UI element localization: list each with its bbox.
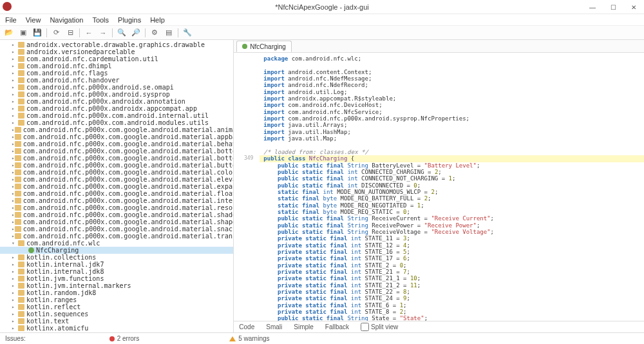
- tree-item[interactable]: ▸kotlin.internal.jdk7: [0, 261, 233, 268]
- split-view-toggle[interactable]: Split view: [361, 323, 398, 331]
- tree-item[interactable]: ▸androidx.versionedparcelable: [0, 48, 233, 55]
- tree-item[interactable]: ▸com.android.nfc.p000x.androidx.appcompa…: [0, 105, 233, 112]
- tree-item[interactable]: ▸com.android.nfc.p000x.com.google.androi…: [0, 233, 233, 240]
- expand-icon[interactable]: ▸: [12, 49, 18, 55]
- tree-item[interactable]: ▸kotlin.reflect: [0, 303, 233, 311]
- tree-item[interactable]: ▸com.android.nfc.p000x.com.android.inter…: [0, 112, 233, 119]
- close-button[interactable]: ✕: [623, 0, 644, 14]
- tree-item[interactable]: ▸com.android.nfc.p000x.com.google.androi…: [0, 169, 233, 176]
- tree-item[interactable]: ▸kotlin.ranges: [0, 296, 233, 303]
- tree-item[interactable]: ▸kotlin.text: [0, 318, 233, 325]
- expand-icon[interactable]: ▸: [12, 318, 18, 324]
- minimize-button[interactable]: —: [582, 0, 603, 14]
- menu-plugins[interactable]: Plugins: [118, 16, 141, 24]
- forward-icon[interactable]: →: [98, 28, 108, 38]
- tree-item[interactable]: ▸com.android.nfc.p000x.com.google.androi…: [0, 183, 233, 190]
- expand-icon[interactable]: ▸: [12, 63, 18, 69]
- tab-code[interactable]: Code: [239, 323, 254, 330]
- search2-icon[interactable]: 🔎: [131, 28, 141, 38]
- sync-icon[interactable]: ⟳: [51, 28, 61, 38]
- expand-icon[interactable]: ▸: [12, 77, 18, 83]
- tree-item[interactable]: ▸kotlin.jvm.functions: [0, 275, 233, 282]
- expand-icon[interactable]: ▸: [12, 297, 18, 303]
- tree-item[interactable]: ▾com.android.nfc.wlc: [0, 240, 233, 247]
- errors-count[interactable]: 2 errors: [117, 335, 139, 342]
- tab-nfccharging[interactable]: NfcCharging: [236, 41, 292, 52]
- expand-icon[interactable]: ▸: [12, 56, 18, 62]
- expand-icon[interactable]: ▾: [12, 240, 18, 246]
- tree-item[interactable]: ▸com.android.nfc.flags: [0, 70, 233, 77]
- tree-item[interactable]: ▸kotlinx.coroutines.flow.internal: [0, 332, 233, 332]
- tree-item[interactable]: ▸com.android.nfc.p000x.com.google.androi…: [0, 211, 233, 218]
- expand-icon[interactable]: ▸: [12, 269, 18, 274]
- tree-item[interactable]: ▸com.android.nfc.p000x.com.google.androi…: [0, 197, 233, 204]
- tab-simple[interactable]: Simple: [294, 323, 314, 330]
- menu-view[interactable]: View: [26, 16, 41, 24]
- expand-icon[interactable]: ▸: [12, 120, 18, 126]
- menu-tools[interactable]: Tools: [92, 16, 109, 24]
- expand-icon[interactable]: ▸: [12, 276, 18, 282]
- expand-icon[interactable]: ▸: [12, 84, 18, 90]
- tree-item[interactable]: ▸kotlinx.atomicfu: [0, 325, 233, 332]
- tree-item[interactable]: ▸kotlin.internal.jdk8: [0, 268, 233, 275]
- tree-item-label: NfcCharging: [36, 247, 79, 254]
- tree-item[interactable]: ▸com.android.nfc.p000x.com.google.androi…: [0, 218, 233, 225]
- tree-item[interactable]: ▸com.android.nfc.p000x.androidx.annotati…: [0, 98, 233, 105]
- tree-item[interactable]: ▸com.android.nfc.p000x.com.google.androi…: [0, 148, 233, 155]
- tree-item[interactable]: ▸com.android.nfc.p000x.com.google.androi…: [0, 204, 233, 211]
- log-icon[interactable]: ▤: [164, 28, 174, 38]
- tree-item[interactable]: ▸com.android.nfc.p000x.android.se.omapi: [0, 84, 233, 91]
- tab-smali[interactable]: Smali: [266, 323, 282, 330]
- new-project-icon[interactable]: ▣: [18, 28, 28, 38]
- expand-icon[interactable]: ▸: [12, 113, 18, 119]
- menu-help[interactable]: Help: [150, 16, 165, 24]
- tree-item[interactable]: ▸com.android.nfc.p000x.com.google.androi…: [0, 133, 233, 140]
- expand-icon[interactable]: ▸: [12, 91, 18, 97]
- tree-item[interactable]: ▸kotlin.sequences: [0, 311, 233, 318]
- expand-icon[interactable]: ▸: [12, 283, 18, 289]
- menu-navigation[interactable]: Navigation: [50, 16, 83, 24]
- expand-icon[interactable]: ▸: [12, 70, 18, 76]
- tree-item[interactable]: ▸kotlin.jvm.internal.markers: [0, 282, 233, 289]
- tree-item[interactable]: ▸com.android.nfc.p000x.com.google.androi…: [0, 176, 233, 183]
- tree-item[interactable]: ▸com.android.nfc.p000x.com.google.androi…: [0, 225, 233, 233]
- expand-icon[interactable]: ▸: [12, 106, 18, 111]
- expand-icon[interactable]: ▸: [12, 311, 18, 317]
- expand-icon[interactable]: ▸: [12, 325, 18, 331]
- wrench-icon[interactable]: 🔧: [182, 28, 193, 38]
- package-tree[interactable]: ▸androidx.vectorable.drawable.graphics.d…: [0, 40, 234, 332]
- tree-item[interactable]: NfcCharging: [0, 247, 233, 254]
- warnings-count[interactable]: 5 warnings: [238, 335, 269, 342]
- tree-item[interactable]: ▸com.android.nfc.p000x.com.google.androi…: [0, 140, 233, 148]
- package-icon: [15, 148, 21, 154]
- tab-fallback[interactable]: Fallback: [325, 323, 349, 330]
- tree-item[interactable]: ▸com.android.nfc.p000x.com.android.modul…: [0, 119, 233, 126]
- expand-icon[interactable]: ▸: [12, 290, 18, 296]
- flatten-icon[interactable]: ⊟: [65, 28, 75, 38]
- tree-item[interactable]: ▸com.android.nfc.p000x.com.google.androi…: [0, 190, 233, 197]
- tree-item[interactable]: ▸kotlin.random.jdk8: [0, 289, 233, 296]
- maximize-button[interactable]: ☐: [603, 0, 623, 14]
- expand-icon[interactable]: ▸: [12, 42, 18, 48]
- expand-icon[interactable]: ▸: [12, 99, 18, 104]
- deobf-icon[interactable]: ⚙: [149, 28, 160, 38]
- tree-item[interactable]: ▸com.android.nfc.p000x.com.google.androi…: [0, 126, 233, 133]
- expand-icon[interactable]: ▸: [12, 262, 18, 267]
- tree-item[interactable]: ▸com.android.nfc.p000x.com.google.androi…: [0, 155, 233, 162]
- tree-item[interactable]: ▸kotlin.collections: [0, 254, 233, 261]
- expand-icon[interactable]: ▸: [12, 254, 18, 260]
- code-editor[interactable]: package com.android.nfc.wlc; import andr…: [234, 53, 644, 321]
- tree-item[interactable]: ▸com.android.nfc.dhimpl: [0, 62, 233, 70]
- tree-item[interactable]: ▸com.android.nfc.handover: [0, 77, 233, 84]
- tree-item[interactable]: ▸com.android.nfc.p000x.com.google.androi…: [0, 162, 233, 169]
- tree-item[interactable]: ▸com.android.nfc.p000x.android.sysprop: [0, 91, 233, 98]
- open-icon[interactable]: 📂: [4, 28, 14, 38]
- tree-item[interactable]: ▸com.android.nfc.cardemulation.util: [0, 55, 233, 62]
- save-icon[interactable]: 💾: [32, 28, 43, 38]
- tree-item[interactable]: ▸androidx.vectorable.drawable.graphics.d…: [0, 41, 233, 48]
- expand-icon[interactable]: ▸: [12, 304, 18, 310]
- back-icon[interactable]: ←: [84, 28, 94, 38]
- menu-file[interactable]: File: [5, 16, 17, 24]
- search-icon[interactable]: 🔍: [117, 28, 127, 38]
- split-view-checkbox[interactable]: [361, 323, 369, 331]
